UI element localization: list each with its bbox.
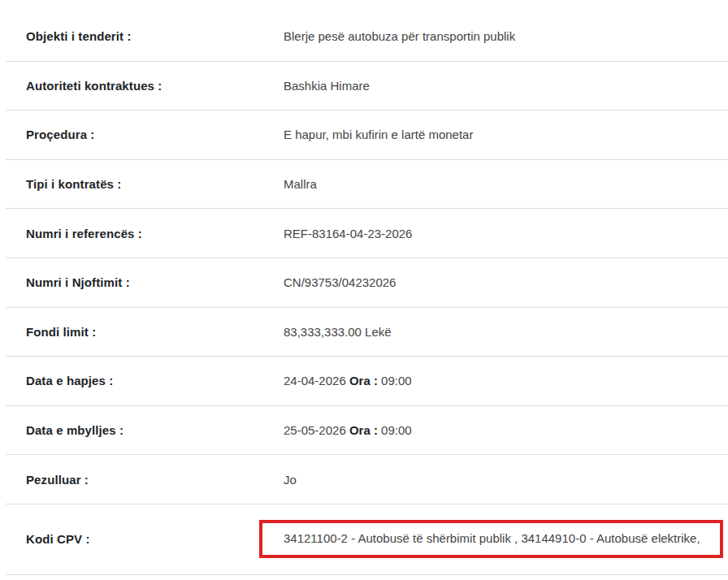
row-label: Autoriteti kontraktues :: [6, 79, 284, 93]
row-value: 83,333,333.00 Lekë: [284, 323, 728, 340]
row-value: Blerje pesë autobuza për transportin pub…: [284, 28, 728, 45]
row-label: Pezulluar :: [6, 473, 284, 487]
row-value: Jo: [284, 471, 728, 488]
row-label: Proçedura :: [6, 128, 284, 141]
row-label: Data e hapjes :: [6, 374, 284, 387]
tender-details-table: Objekti i tenderit : Blerje pesë autobuz…: [6, 0, 728, 575]
cpv-highlight-box: 34121100-2 - Autobusë të shërbimit publi…: [259, 520, 723, 558]
opening-time-value: 09:00: [381, 374, 412, 387]
row-closing-date: Data e mbylljes : 25-05-2026 Ora : 09:00: [6, 406, 728, 456]
row-label: Data e mbylljes :: [6, 423, 284, 437]
row-fund-limit: Fondi limit : 83,333,333.00 Lekë: [6, 308, 728, 357]
row-label: Objekti i tenderit :: [6, 29, 284, 43]
closing-date-value: 25-05-2026: [284, 423, 346, 437]
row-value: 34121100-2 - Autobusë të shërbimit publi…: [284, 531, 700, 545]
row-label: Numri i Njoftimit :: [6, 275, 284, 289]
row-value: CN/93753/04232026: [284, 274, 728, 291]
row-value: Bashkia Himare: [284, 77, 728, 94]
row-contract-type: Tipi i kontratës : Mallra: [6, 160, 728, 210]
row-cpv-code: Kodi CPV : 34121100-2 - Autobusë të shër…: [6, 504, 728, 575]
row-suspended: Pezulluar : Jo: [6, 455, 728, 504]
row-tender-object: Objekti i tenderit : Blerje pesë autobuz…: [6, 12, 728, 62]
row-value: E hapur, mbi kufirin e lartë monetar: [284, 126, 728, 143]
row-label: Fondi limit :: [6, 325, 284, 339]
ora-label: Ora :: [349, 374, 378, 387]
row-procedure: Proçedura : E hapur, mbi kufirin e lartë…: [6, 110, 728, 160]
row-value: Mallra: [284, 175, 728, 193]
opening-date-value: 24-04-2026: [284, 374, 346, 387]
row-label: Tipi i kontratës :: [6, 177, 284, 191]
row-contracting-authority: Autoriteti kontraktues : Bashkia Himare: [6, 62, 728, 111]
row-value: 25-05-2026 Ora : 09:00: [284, 422, 728, 439]
row-value: REF-83164-04-23-2026: [284, 225, 728, 242]
row-notice-number: Numri i Njoftimit : CN/93753/04232026: [6, 258, 728, 308]
row-label: Kodi CPV :: [6, 532, 284, 546]
row-opening-date: Data e hapjes : 24-04-2026 Ora : 09:00: [6, 357, 728, 406]
row-reference-number: Numri i referencës : REF-83164-04-23-202…: [6, 209, 728, 258]
row-value: 24-04-2026 Ora : 09:00: [284, 372, 728, 389]
closing-time-value: 09:00: [381, 423, 412, 437]
row-label: Numri i referencës :: [6, 227, 284, 240]
ora-label: Ora :: [349, 423, 378, 437]
